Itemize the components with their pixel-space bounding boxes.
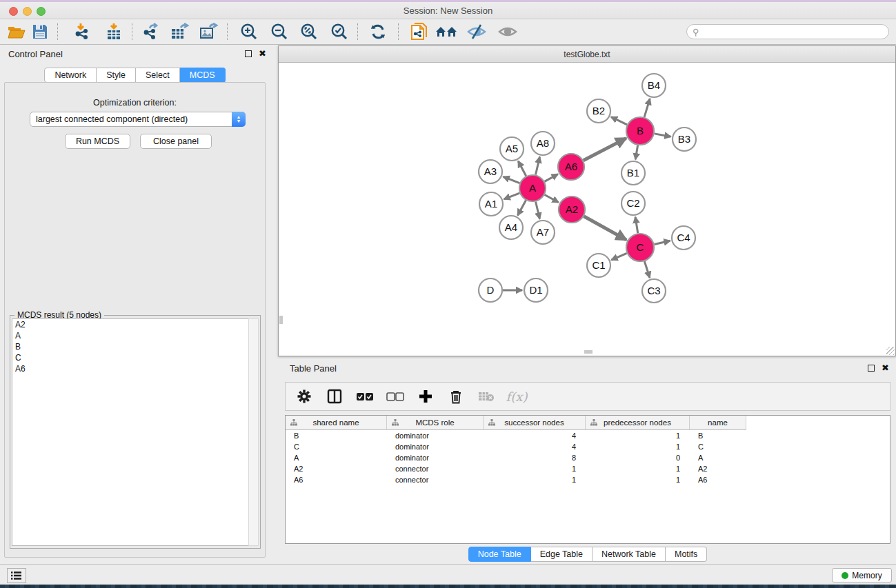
vertical-scroll-thumb[interactable] <box>279 316 283 324</box>
table-row[interactable]: A2connector11A2 <box>286 463 890 474</box>
hide-selected-eye-slash-icon[interactable] <box>465 21 488 42</box>
save-session-icon[interactable] <box>28 21 52 42</box>
node-C1[interactable]: C1 <box>587 254 610 277</box>
edge-A-A8[interactable] <box>535 156 539 174</box>
export-table-icon[interactable] <box>168 21 192 42</box>
panel-list-button[interactable] <box>7 568 26 583</box>
node-D1[interactable]: D1 <box>524 278 548 302</box>
memory-button[interactable]: Memory <box>832 568 892 582</box>
edge-A6-B[interactable] <box>584 139 626 161</box>
cell-name[interactable]: A <box>690 452 746 463</box>
import-network-icon[interactable] <box>71 21 94 42</box>
column-header-successor-nodes[interactable]: successor nodes <box>484 416 586 430</box>
node-D[interactable]: D <box>479 278 502 302</box>
zoom-in-icon[interactable] <box>237 21 261 42</box>
cell-predecessor-nodes[interactable]: 1 <box>586 474 690 485</box>
network-canvas[interactable]: B4B2BB3A8A5A6A3B1AA1C2A2A4A7C4CC1C3DD1 <box>279 63 895 356</box>
cell-MCDS-role[interactable]: dominator <box>387 441 484 452</box>
close-panel-button[interactable]: Close panel <box>140 134 212 149</box>
network-close-button[interactable] <box>290 50 299 59</box>
node-C2[interactable]: C2 <box>621 192 645 215</box>
network-from-file-icon[interactable] <box>408 21 431 42</box>
cell-shared-name[interactable]: B <box>286 430 387 441</box>
column-header-MCDS-role[interactable]: MCDS role <box>387 416 484 430</box>
mcds-result-list[interactable]: A2ABCA6 <box>12 318 249 546</box>
cell-predecessor-nodes[interactable]: 1 <box>586 463 690 474</box>
table-row[interactable]: Cdominator41C <box>286 441 890 452</box>
cell-successor-nodes[interactable]: 4 <box>484 430 586 441</box>
cell-successor-nodes[interactable]: 4 <box>484 441 586 452</box>
zoom-window-button[interactable] <box>37 7 46 16</box>
table-row[interactable]: Adominator80A <box>286 452 890 463</box>
network-window-titlebar[interactable]: testGlobe.txt <box>279 46 895 63</box>
tab-node-table[interactable]: Node Table <box>468 547 531 562</box>
cell-predecessor-nodes[interactable]: 1 <box>586 430 690 441</box>
cell-predecessor-nodes[interactable]: 1 <box>586 441 690 452</box>
edge-B-B3[interactable] <box>655 134 671 136</box>
node-B3[interactable]: B3 <box>673 128 696 151</box>
criterion-dropdown[interactable]: largest connected component (directed) ▲… <box>30 112 246 127</box>
edge-C-C2[interactable] <box>635 217 638 233</box>
cell-shared-name[interactable]: A <box>286 452 387 463</box>
mcds-result-item[interactable]: B <box>12 341 248 352</box>
minimize-window-button[interactable] <box>23 7 32 16</box>
cell-shared-name[interactable]: C <box>286 441 387 452</box>
zoom-selected-icon[interactable] <box>328 21 351 42</box>
cell-name[interactable]: C <box>690 441 746 452</box>
table-settings-gear-icon[interactable] <box>294 387 315 406</box>
edge-A-A3[interactable] <box>504 176 520 183</box>
search-field[interactable]: ⚲ <box>686 24 889 39</box>
node-B[interactable]: B <box>626 117 654 145</box>
edge-B-B2[interactable] <box>611 117 627 125</box>
mcds-result-item[interactable]: C <box>12 352 248 363</box>
network-minimize-button[interactable] <box>303 50 311 59</box>
cell-predecessor-nodes[interactable]: 0 <box>586 452 690 463</box>
table-row[interactable]: A6connector11A6 <box>286 474 890 485</box>
select-all-columns-icon[interactable] <box>355 387 375 406</box>
tab-style[interactable]: Style <box>97 68 136 83</box>
edge-A2-C[interactable] <box>584 216 626 240</box>
table-row[interactable]: Bdominator41B <box>286 430 890 441</box>
export-image-icon[interactable] <box>197 21 221 42</box>
cell-name[interactable]: A2 <box>690 463 746 474</box>
cell-successor-nodes[interactable]: 1 <box>484 463 586 474</box>
tab-network-table[interactable]: Network Table <box>593 547 666 562</box>
node-A6[interactable]: A6 <box>558 154 584 180</box>
edge-C-C1[interactable] <box>611 253 626 260</box>
edge-C-C3[interactable] <box>644 261 650 278</box>
column-header-name[interactable]: name <box>690 416 746 430</box>
cell-MCDS-role[interactable]: dominator <box>387 452 484 463</box>
node-A1[interactable]: A1 <box>479 192 503 216</box>
refresh-icon[interactable] <box>366 21 390 42</box>
column-header-shared-name[interactable]: shared name <box>286 416 387 430</box>
node-A8[interactable]: A8 <box>531 132 555 155</box>
mcds-result-scrollbar[interactable] <box>248 318 259 546</box>
node-A3[interactable]: A3 <box>479 160 502 183</box>
node-B1[interactable]: B1 <box>621 161 645 185</box>
node-table[interactable]: shared nameMCDS rolesuccessor nodesprede… <box>285 415 890 544</box>
horizontal-scroll-thumb[interactable] <box>584 350 593 354</box>
edge-C-C4[interactable] <box>654 241 670 244</box>
node-A2[interactable]: A2 <box>559 196 585 223</box>
float-table-panel-icon[interactable] <box>868 365 875 372</box>
add-column-plus-icon[interactable] <box>415 387 436 406</box>
node-B2[interactable]: B2 <box>587 99 610 123</box>
node-C3[interactable]: C3 <box>642 279 666 303</box>
edge-A-A4[interactable] <box>518 201 526 216</box>
resize-grip[interactable] <box>886 347 895 355</box>
cell-successor-nodes[interactable]: 1 <box>484 474 586 485</box>
deselect-all-columns-icon[interactable] <box>385 387 406 406</box>
mcds-result-item[interactable]: A2 <box>12 319 248 330</box>
cell-MCDS-role[interactable]: connector <box>387 474 484 485</box>
node-A7[interactable]: A7 <box>531 221 555 244</box>
mcds-result-item[interactable]: A6 <box>12 363 248 374</box>
zoom-fit-icon[interactable] <box>297 21 321 42</box>
node-C4[interactable]: C4 <box>672 226 695 250</box>
network-zoom-button[interactable] <box>315 50 323 59</box>
tab-network[interactable]: Network <box>44 68 97 83</box>
zoom-out-icon[interactable] <box>268 21 291 42</box>
export-network-icon[interactable] <box>139 21 163 42</box>
cell-name[interactable]: A6 <box>690 474 746 485</box>
edge-A-A2[interactable] <box>545 195 559 203</box>
cell-shared-name[interactable]: A6 <box>286 474 387 485</box>
